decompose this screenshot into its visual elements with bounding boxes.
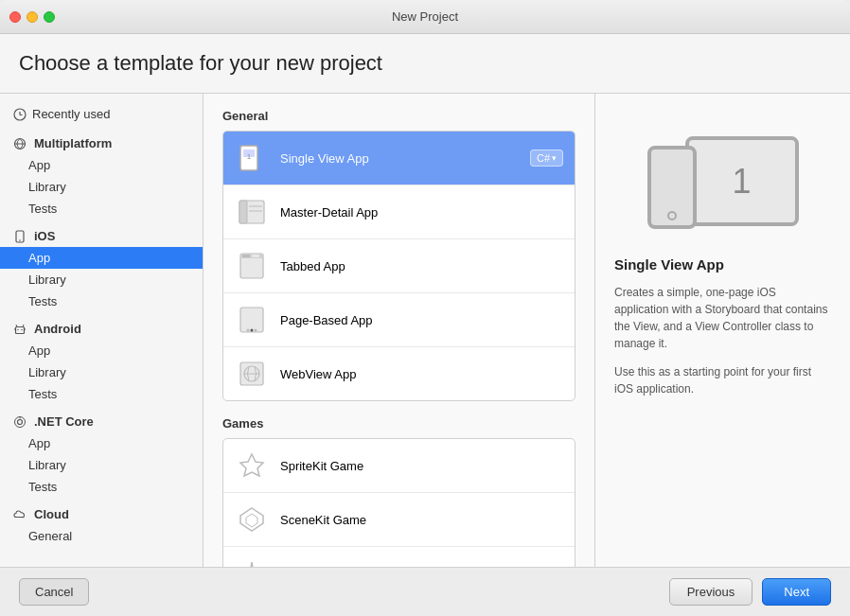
sidebar-section-cloud: Cloud [0,498,203,525]
svg-rect-28 [240,308,263,332]
maximize-button[interactable] [44,11,55,23]
svg-point-14 [18,419,23,424]
chevron-down-icon: ▾ [552,153,557,163]
template-preview: 1 [614,113,831,245]
ios-label: iOS [34,229,55,243]
sidebar-item-android-tests[interactable]: Tests [0,383,203,405]
previous-button[interactable]: Previous [669,578,753,606]
clock-icon [13,108,27,121]
svg-rect-27 [252,255,259,257]
android-label: Android [34,322,81,336]
netcore-label: .NET Core [34,414,94,429]
sidebar-item-recently-used[interactable]: Recently used [0,101,203,127]
sidebar-item-netcore-library[interactable]: Library [0,454,203,476]
svg-rect-26 [242,255,250,257]
svg-marker-37 [246,514,257,527]
footer-right: Previous Next [669,578,831,606]
sidebar-item-cloud-general[interactable]: General [0,525,203,547]
svg-point-31 [255,329,257,332]
close-button[interactable] [9,11,21,23]
detail-title: Single View App [614,256,831,273]
spritekit-icon [235,449,269,483]
sidebar-item-netcore-app[interactable]: App [0,432,203,454]
window-controls [9,11,55,23]
window-title: New Project [392,9,458,24]
svg-text:1: 1 [247,152,252,161]
android-icon [13,323,27,336]
svg-marker-35 [240,454,263,476]
cloud-icon [13,508,27,521]
cancel-button[interactable]: Cancel [19,578,89,606]
svg-rect-21 [239,201,247,223]
general-template-list: 1 Single View App C# ▾ [222,131,576,401]
sidebar-item-multiplatform-app[interactable]: App [0,154,203,176]
detail-description-1: Creates a simple, one-page iOS applicati… [614,284,831,352]
svg-rect-7 [16,326,25,333]
svg-point-29 [247,329,250,332]
sidebar-section-ios: iOS [0,220,203,247]
master-detail-label: Master-Detail App [280,205,563,220]
sidebar-section-multiplatform: Multiplatform [0,127,203,154]
cloud-label: Cloud [34,507,69,521]
metal-icon [235,556,269,567]
single-view-app-label: Single View App [280,151,519,166]
sidebar-section-netcore: .NET Core [0,405,203,432]
template-tabbed-app[interactable]: Tabbed App [223,239,575,293]
spritekit-game-label: SpriteKit Game [280,459,563,473]
svg-point-6 [19,239,21,241]
next-button[interactable]: Next [762,578,831,606]
sidebar-item-ios-library[interactable]: Library [0,269,203,290]
footer: Cancel Previous Next [0,567,850,616]
games-section-header: Games [222,416,576,431]
svg-point-11 [21,328,22,329]
master-detail-app-icon [235,195,269,229]
sidebar-item-multiplatform-tests[interactable]: Tests [0,198,203,220]
single-view-app-icon: 1 [235,141,269,175]
sidebar-item-ios-app[interactable]: App [0,247,203,269]
tabbed-app-icon [235,249,269,283]
sidebar: Recently used Multiplatform App Library … [0,94,204,567]
template-page-based-app[interactable]: Page-Based App [223,293,575,347]
games-template-list: SpriteKit Game SceneKit Game [222,438,576,567]
template-master-detail-app[interactable]: Master-Detail App [223,185,575,239]
svg-point-30 [251,329,254,332]
template-spritekit-game[interactable]: SpriteKit Game [223,439,575,493]
svg-point-10 [17,328,18,329]
minimize-button[interactable] [27,11,38,23]
language-label: C# [537,152,550,164]
detail-description-2: Use this as a starting point for your fi… [614,363,831,397]
template-panel: General 1 Single View App C# ▾ [204,94,594,567]
general-section-header: General [222,109,576,123]
webview-app-label: WebView App [280,367,563,381]
language-badge[interactable]: C# ▾ [530,150,563,167]
sidebar-item-ios-tests[interactable]: Tests [0,290,203,312]
detail-panel: 1 Single View App Creates a simple, one-… [594,94,850,567]
phone-device [647,146,697,229]
template-scenekit-game[interactable]: SceneKit Game [223,493,575,547]
main-content: Recently used Multiplatform App Library … [0,94,850,567]
page-based-app-icon [235,303,269,337]
netcore-icon [13,415,27,429]
page-title: Choose a template for your new project [19,51,382,75]
sidebar-section-android: Android [0,312,203,340]
preview-number: 1 [732,162,751,202]
device-illustration: 1 [647,132,799,236]
template-single-view-app[interactable]: 1 Single View App C# ▾ [223,132,575,185]
recently-used-label: Recently used [32,107,110,121]
scenekit-game-label: SceneKit Game [280,513,563,527]
multiplatform-label: Multiplatform [34,136,112,150]
scenekit-icon [235,502,269,537]
tablet-device: 1 [685,136,799,226]
sidebar-item-android-app[interactable]: App [0,340,203,361]
sidebar-item-netcore-tests[interactable]: Tests [0,476,203,498]
sidebar-item-multiplatform-library[interactable]: Library [0,176,203,198]
page-based-app-label: Page-Based App [280,313,563,327]
titlebar: New Project [0,0,850,34]
webview-app-icon [235,357,269,391]
template-metal-game[interactable]: Metal Game [223,547,575,567]
ios-icon [13,230,27,243]
multiplatform-icon [13,137,27,150]
template-webview-app[interactable]: WebView App [223,347,575,400]
page-header: Choose a template for your new project [0,34,850,94]
sidebar-item-android-library[interactable]: Library [0,361,203,383]
